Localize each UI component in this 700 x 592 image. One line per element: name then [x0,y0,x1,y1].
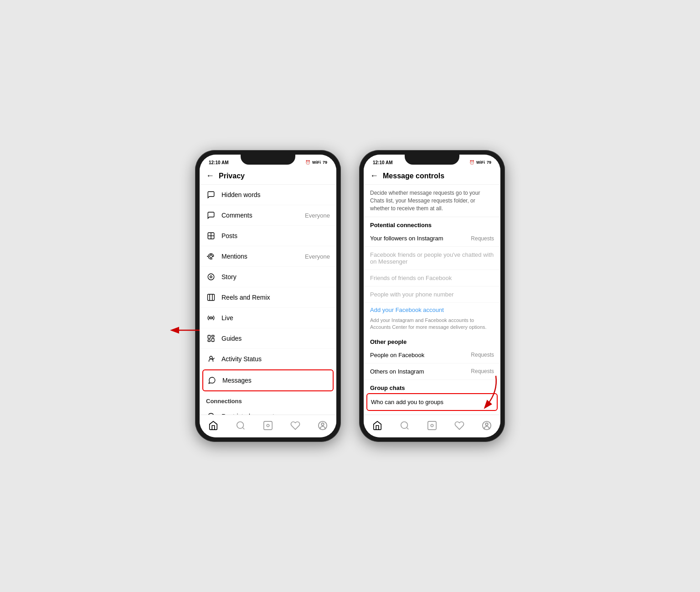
menu-item-reels[interactable]: Reels and Remix [200,287,336,308]
followers-ig-label: Your followers on Instagram [370,235,471,242]
nav-home-right[interactable] [368,417,386,434]
live-label: Live [221,314,330,322]
svg-rect-9 [212,335,214,337]
menu-item-activity[interactable]: Activity Status [200,349,336,369]
wifi-icon: WiFi [312,160,321,165]
comments-label: Comments [221,212,305,219]
guides-label: Guides [221,335,330,342]
footer-note: Not all messages are requests: accounts … [364,411,500,415]
page-title-right: Message controls [383,172,444,180]
svg-point-5 [210,276,212,278]
bottom-nav-left [200,415,336,437]
nav-heart-right[interactable] [450,417,468,434]
nav-header-left: ← Privacy [200,167,336,185]
status-icons-right: ⏰ WiFi 79 [469,160,491,165]
left-phone: 12:10 AM ⏰ WiFi 79 ← Privacy [195,150,341,442]
nav-header-right: ← Message controls [364,167,500,185]
back-button-left[interactable]: ← [206,171,214,181]
menu-item-messages[interactable]: Messages [202,369,334,391]
setting-friends-of-friends[interactable]: Friends of friends on Facebook [364,270,500,286]
live-icon [206,313,216,323]
menu-item-restricted[interactable]: Restricted accounts [200,406,336,415]
nav-heart-left[interactable] [286,417,304,434]
time-right: 12:10 AM [373,160,393,165]
activity-label: Activity Status [221,355,330,363]
status-icons-left: ⏰ WiFi 79 [305,160,327,165]
svg-point-33 [485,423,488,426]
nav-search-right[interactable] [396,417,414,434]
svg-rect-8 [208,335,210,338]
arrow-messages [168,323,204,337]
mentions-value: Everyone [305,253,330,260]
menu-item-comments[interactable]: Comments Everyone [200,205,336,226]
setting-people-fb[interactable]: People on Facebook Requests [364,347,500,364]
menu-item-hidden-words[interactable]: Hidden words [200,185,336,205]
back-button-right[interactable]: ← [370,171,378,181]
svg-line-29 [407,427,408,429]
battery-icon: 79 [323,160,327,165]
messages-label: Messages [222,377,329,384]
restricted-icon [206,411,216,415]
time-left: 12:10 AM [209,160,229,165]
svg-rect-6 [208,294,215,301]
setting-phone-number[interactable]: People with your phone number [364,286,500,303]
people-fb-label: People on Facebook [370,352,471,358]
messages-icon [207,375,217,385]
people-fb-value: Requests [471,352,494,358]
alarm-icon: ⏰ [305,160,310,165]
svg-point-31 [431,424,433,427]
nav-reels-right[interactable] [423,417,441,434]
svg-rect-30 [428,421,436,429]
svg-point-20 [237,421,244,428]
add-facebook-desc: Add your Instagram and Facebook accounts… [364,317,500,334]
connections-header: Connections [200,391,336,406]
svg-rect-11 [208,340,210,342]
notch [241,155,295,165]
story-label: Story [221,273,330,280]
posts-label: Posts [221,232,330,239]
svg-point-3 [210,255,212,258]
bottom-nav-right [364,415,500,437]
guides-icon [206,333,216,343]
posts-icon [206,231,216,241]
setting-fb-friends[interactable]: Facebook friends or people you've chatte… [364,247,500,270]
menu-item-guides[interactable]: Guides [200,328,336,349]
arrow-who-can-add [473,374,500,410]
activity-icon [206,354,216,364]
svg-line-21 [242,427,244,429]
phone-number-label: People with your phone number [370,291,494,298]
menu-item-posts[interactable]: Posts [200,226,336,246]
description-block: Decide whether message requests go to yo… [364,185,500,217]
menu-item-story[interactable]: Story [200,267,336,287]
reels-icon [206,292,216,302]
nav-profile-right[interactable] [478,417,496,434]
story-icon [206,272,216,282]
scroll-area-left: Hidden words Comments Everyone [200,185,336,415]
fb-friends-label: Facebook friends or people you've chatte… [370,251,494,265]
potential-connections-title: Potential connections [364,217,500,230]
comments-icon [206,210,216,220]
add-facebook-link[interactable]: Add your Facebook account [364,303,500,317]
others-ig-label: Others on Instagram [370,368,471,375]
comments-value: Everyone [305,212,330,219]
menu-item-mentions[interactable]: Mentions Everyone [200,246,336,267]
setting-followers-ig[interactable]: Your followers on Instagram Requests [364,230,500,247]
hidden-words-icon [206,190,216,200]
nav-profile-left[interactable] [314,417,332,434]
other-people-title: Other people [364,334,500,347]
mentions-icon [206,251,216,261]
battery-icon-right: 79 [487,160,491,165]
svg-point-23 [267,424,269,427]
wifi-icon-right: WiFi [476,160,485,165]
svg-point-4 [208,274,214,280]
svg-point-7 [210,317,212,319]
friends-of-friends-label: Friends of friends on Facebook [370,275,494,281]
page-title-left: Privacy [219,172,245,180]
description-text: Decide whether message requests go to yo… [370,190,480,212]
nav-home-left[interactable] [204,417,222,434]
menu-item-live[interactable]: Live [200,308,336,328]
hidden-words-label: Hidden words [221,191,330,198]
followers-ig-value: Requests [471,235,494,242]
nav-search-left[interactable] [232,417,250,434]
nav-reels-left[interactable] [259,417,277,434]
